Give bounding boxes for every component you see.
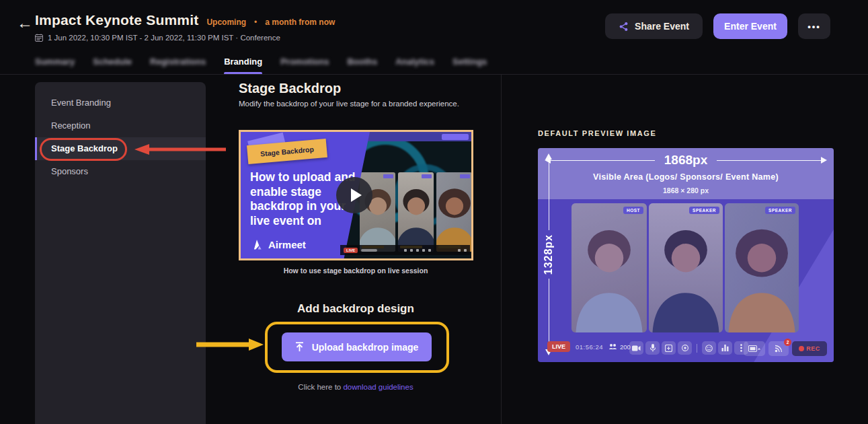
download-guidelines-link[interactable]: download guidelines: [343, 383, 413, 391]
video-controlbar: LIVE: [340, 245, 470, 255]
emoji-icon: [705, 345, 713, 352]
viewers-icon: [608, 343, 617, 350]
video-participant-tile: [436, 172, 472, 252]
tab-analytics[interactable]: Analytics: [395, 57, 434, 75]
enter-event-label: Enter Event: [724, 21, 777, 32]
sidebar-item-event-branding[interactable]: Event Branding: [35, 92, 206, 114]
session-timer: 01:56:24: [576, 343, 603, 351]
video-participant-tile: [398, 172, 434, 252]
add-backdrop-heading: Add backdrop design: [239, 302, 473, 316]
tab-branding[interactable]: Branding: [224, 57, 262, 75]
live-badge: LIVE: [344, 248, 358, 253]
camera-icon: [632, 345, 641, 351]
sidebar-item-stage-backdrop[interactable]: Stage Backdrop: [35, 137, 206, 160]
screenshare-icon: [665, 345, 672, 352]
share-event-label: Share Event: [635, 21, 689, 32]
active-item-bar: [35, 137, 37, 160]
brand-row: Airmeet: [250, 238, 306, 251]
height-dimension-label: 1328px: [543, 234, 555, 275]
guidelines-prefix: Click here to: [298, 383, 343, 391]
tabbar-divider: [0, 74, 868, 75]
tab-settings[interactable]: Settings: [452, 57, 487, 75]
width-dimension-arrow: 1868px: [545, 152, 827, 168]
more-options-button[interactable]: •••: [798, 13, 830, 39]
tab-summary[interactable]: Summary: [35, 57, 75, 75]
share-event-button[interactable]: Share Event: [605, 13, 703, 39]
play-button[interactable]: [336, 177, 372, 213]
speaker-badge: SPEAKER: [765, 207, 795, 214]
visible-area-size: 1868 × 280 px: [538, 186, 834, 195]
tab-promotions[interactable]: Promotions: [280, 57, 329, 75]
live-badge: LIVE: [547, 341, 570, 352]
event-countdown: a month from now: [265, 17, 335, 27]
tab-booths[interactable]: Booths: [347, 57, 377, 75]
width-dimension-label: 1868px: [664, 153, 707, 168]
header-actions: Share Event Enter Event •••: [605, 13, 830, 39]
branding-sidebar: Event Branding Reception Stage Backdrop …: [35, 82, 206, 424]
airmeet-logo-icon: [250, 238, 264, 251]
upload-button-label: Upload backdrop image: [312, 342, 419, 353]
tab-registrations[interactable]: Registrations: [150, 57, 206, 75]
event-datetime: 1 Jun 2022, 10:30 PM IST - 2 Jun 2022, 1…: [35, 34, 280, 42]
video-topbar-button: [442, 134, 469, 140]
back-arrow-icon[interactable]: ←: [15, 13, 35, 34]
section-title: Stage Backdrop: [239, 81, 341, 96]
content-vertical-divider: [501, 75, 502, 424]
video-caption: How to use stage backdrop on live sessio…: [239, 267, 473, 275]
page-title: Impact Keynote Summit: [35, 12, 198, 28]
event-status-badge: Upcoming: [206, 17, 246, 27]
brand-name: Airmeet: [268, 239, 306, 250]
preview-controlbar: LIVE 01:56:24 200: [538, 341, 834, 358]
speaker-badge: SPEAKER: [689, 207, 719, 214]
preview-tile-speaker-2: SPEAKER: [725, 203, 799, 332]
controlbar-divider: [697, 344, 697, 353]
preview-tile-speaker-1: SPEAKER: [649, 203, 723, 332]
play-icon: [351, 188, 362, 202]
rec-dot-icon: [799, 346, 804, 351]
eye-icon: [681, 345, 689, 351]
tab-schedule[interactable]: Schedule: [93, 57, 132, 75]
preview-tile-host: HOST: [571, 203, 647, 332]
tab-bar: Summary Schedule Registrations Branding …: [35, 57, 487, 75]
height-dimension-arrow: 1328px: [541, 153, 557, 355]
upload-icon: [295, 342, 304, 352]
sidebar-item-sponsors[interactable]: Sponsors: [35, 160, 206, 183]
status-separator-dot: •: [254, 17, 257, 27]
stats-icon: [721, 345, 729, 351]
monitor-icon: [748, 345, 760, 353]
section-subtitle: Modify the backdrop of your live stage f…: [239, 100, 459, 108]
kebab-menu-icon: [740, 344, 742, 352]
event-datetime-text: 1 Jun 2022, 10:30 PM IST - 2 Jun 2022, 1…: [48, 34, 280, 42]
airmeet-event-dashboard: ← Impact Keynote Summit Upcoming • a mon…: [0, 0, 868, 424]
preview-section-title: DEFAULT PREVIEW IMAGE: [538, 129, 656, 137]
host-badge: HOST: [623, 207, 643, 214]
share-icon: [619, 22, 629, 32]
visible-area-title: Visible Area (Logos/ Sponsors/ Event Nam…: [538, 172, 834, 182]
enter-event-button[interactable]: Enter Event: [713, 13, 787, 39]
tutorial-video-thumbnail[interactable]: Stage Backdrop How to upload and enable …: [239, 130, 473, 260]
calendar-icon: [35, 34, 43, 42]
guidelines-line: Click here to download guidelines: [239, 383, 473, 391]
mic-icon: [650, 344, 656, 352]
ellipsis-icon: •••: [807, 22, 821, 32]
sidebar-item-reception[interactable]: Reception: [35, 114, 206, 137]
stream-icon: [775, 345, 783, 353]
stream-count-badge: 2: [784, 339, 791, 346]
event-header: Impact Keynote Summit Upcoming • a month…: [35, 12, 335, 28]
default-preview-image: HOST SPEAKER SPEAKER 1868px Visible Area…: [538, 148, 834, 362]
visible-area-band: 1868px Visible Area (Logos/ Sponsors/ Ev…: [538, 148, 834, 199]
upload-backdrop-button[interactable]: Upload backdrop image: [282, 332, 432, 361]
rec-label: REC: [806, 345, 820, 352]
